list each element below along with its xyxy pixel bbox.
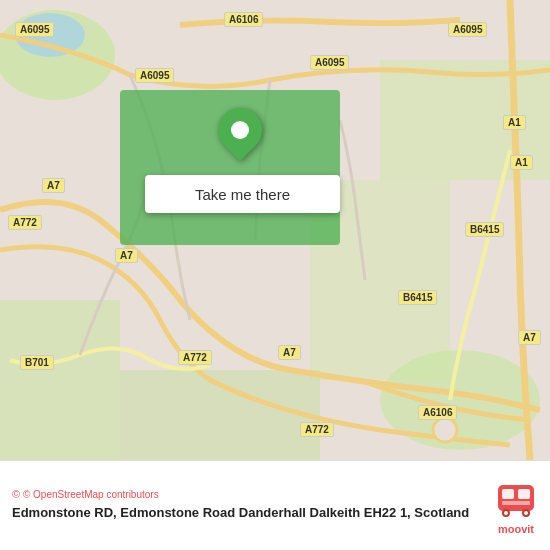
osm-attribution: © © OpenStreetMap contributors	[12, 488, 484, 500]
road-label-a772_bottom: A772	[300, 422, 334, 437]
road-label-a7_left: A7	[42, 178, 65, 193]
take-me-there-button[interactable]: Take me there	[145, 175, 340, 213]
svg-rect-5	[0, 300, 120, 460]
map-area: Take me there A6106A6095A6095A6095A6095A…	[0, 0, 550, 460]
road-label-a772_left: A772	[8, 215, 42, 230]
svg-rect-11	[518, 489, 530, 499]
road-label-a7_far_right: A7	[518, 330, 541, 345]
info-text-block: © © OpenStreetMap contributors Edmonston…	[12, 488, 484, 522]
location-pin	[218, 108, 262, 152]
svg-point-8	[433, 418, 457, 442]
road-label-a6106_top: A6106	[224, 12, 263, 27]
road-label-b6415_right: B6415	[465, 222, 504, 237]
svg-rect-10	[502, 489, 514, 499]
svg-point-16	[524, 511, 528, 515]
moovit-label: moovit	[498, 523, 534, 535]
road-label-a7_mid: A7	[115, 248, 138, 263]
road-label-a6095_tr: A6095	[310, 55, 349, 70]
info-bar: © © OpenStreetMap contributors Edmonston…	[0, 460, 550, 550]
road-label-a772_mid: A772	[178, 350, 212, 365]
road-label-a1_right2: A1	[510, 155, 533, 170]
road-label-a7_bottom: A7	[278, 345, 301, 360]
svg-rect-12	[502, 501, 530, 505]
road-label-a6106_bottom: A6106	[418, 405, 457, 420]
pin-shape	[209, 99, 271, 161]
road-label-b6415_mid: B6415	[398, 290, 437, 305]
road-label-a6095_tm: A6095	[135, 68, 174, 83]
road-label-a6095_far_right: A6095	[448, 22, 487, 37]
svg-point-15	[504, 511, 508, 515]
address-text: Edmonstone RD, Edmonstone Road Danderhal…	[12, 504, 484, 522]
road-label-a6095_tl: A6095	[15, 22, 54, 37]
pin-dot	[231, 121, 249, 139]
osm-icon: ©	[12, 488, 20, 500]
main-container: Take me there A6106A6095A6095A6095A6095A…	[0, 0, 550, 550]
moovit-icon	[494, 477, 538, 521]
road-label-a1_right: A1	[503, 115, 526, 130]
osm-text: © OpenStreetMap contributors	[23, 489, 159, 500]
road-label-b701: B701	[20, 355, 54, 370]
moovit-logo: moovit	[494, 477, 538, 535]
